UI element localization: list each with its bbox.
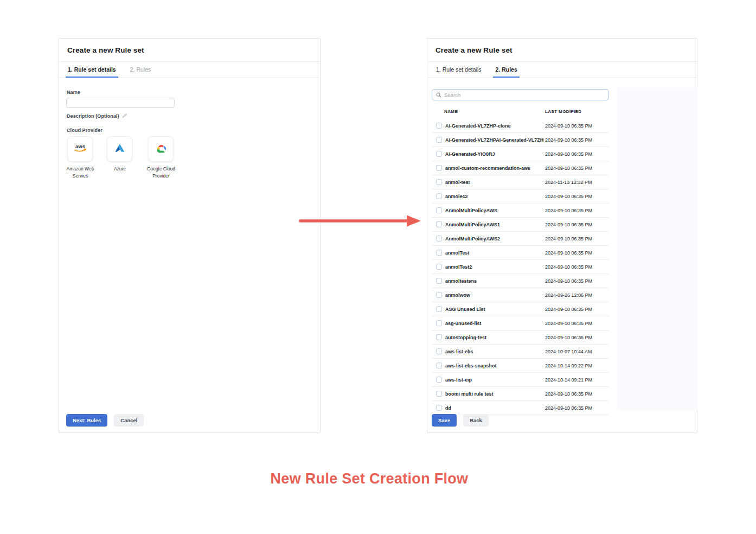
table-row[interactable]: dd 2024-09-10 06:35 PM: [432, 401, 609, 415]
rule-name: AnmolMultiPolicyAWS1: [445, 222, 544, 227]
search-box: [432, 89, 609, 100]
rule-name: AI-Generated-VL7ZHP-clone: [445, 123, 544, 129]
provider-option-gcp: Google Cloud Provider: [148, 136, 174, 180]
rule-last-modified: 2024-09-10 06:35 PM: [545, 166, 592, 171]
table-row[interactable]: AI-Generated-VL7ZHP-clone 2024-09-10 06:…: [432, 119, 609, 133]
rule-last-modified: 2024-09-10 06:35 PM: [545, 123, 592, 129]
rule-name: anmol-test: [445, 180, 544, 185]
rule-last-modified: 2024-11-13 12:32 PM: [545, 180, 592, 185]
aws-card[interactable]: aws: [67, 136, 93, 162]
azure-card[interactable]: [107, 136, 132, 162]
row-checkbox[interactable]: [436, 405, 442, 411]
rule-name: aws-list-eip: [445, 377, 544, 383]
rule-last-modified: 2024-09-10 06:35 PM: [545, 250, 592, 256]
dialog-tabs: 1. Rule set details 2. Rules: [59, 62, 320, 78]
tab-rule-set-details[interactable]: 1. Rule set details: [66, 62, 118, 78]
provider-label-aws: Amazon Web Servies: [59, 166, 101, 180]
rule-name: anmolTest: [445, 250, 544, 256]
row-checkbox[interactable]: [436, 320, 442, 326]
row-checkbox[interactable]: [436, 292, 442, 298]
tab-rules[interactable]: 2. Rules: [493, 62, 519, 78]
table-row[interactable]: aws-list-ebs 2024-10-07 10:44 AM: [432, 345, 609, 359]
rule-last-modified: 2024-09-10 06:35 PM: [545, 278, 592, 284]
aws-icon: aws: [73, 143, 88, 156]
row-checkbox[interactable]: [436, 306, 442, 312]
search-icon: [436, 90, 441, 100]
table-row[interactable]: aws-list-ebs-snapshot 2024-10-14 09:22 P…: [432, 359, 609, 373]
rule-last-modified: 2024-09-10 06:35 PM: [545, 335, 592, 340]
name-label: Name: [67, 90, 80, 95]
search-input[interactable]: [444, 92, 605, 98]
row-checkbox[interactable]: [436, 151, 442, 157]
save-button[interactable]: Save: [432, 414, 457, 427]
row-checkbox[interactable]: [436, 334, 442, 340]
back-button[interactable]: Back: [463, 414, 489, 427]
cancel-button[interactable]: Cancel: [114, 414, 144, 427]
rule-last-modified: 2024-09-10 06:35 PM: [545, 405, 592, 411]
rule-name: anmolwow: [445, 293, 544, 298]
name-input[interactable]: [66, 98, 175, 108]
table-row[interactable]: anmoltestsns 2024-09-10 06:35 PM: [432, 274, 609, 288]
row-checkbox[interactable]: [436, 236, 442, 241]
next-rules-button[interactable]: Next: Rules: [66, 414, 107, 427]
provider-option-aws: aws Amazon Web Servies: [67, 136, 93, 180]
provider-label-azure: Azure: [99, 166, 141, 173]
table-row[interactable]: anmolTest 2024-09-10 06:35 PM: [432, 246, 609, 260]
cloud-provider-label: Cloud Provider: [67, 128, 102, 133]
row-checkbox[interactable]: [436, 165, 442, 171]
table-row[interactable]: AI-Generated-YIO0RJ 2024-09-10 06:35 PM: [432, 147, 609, 161]
rule-last-modified: 2024-10-14 09:22 PM: [545, 363, 592, 368]
table-row[interactable]: asg-unused-list 2024-09-10 06:35 PM: [432, 316, 609, 330]
table-row[interactable]: autostopping-test 2024-09-10 06:35 PM: [432, 330, 609, 345]
rule-set-flow-diagram: Create a new Rule set 1. Rule set detail…: [0, 0, 756, 534]
table-row[interactable]: anmolec2 2024-09-10 06:35 PM: [432, 189, 609, 204]
tab-rules[interactable]: 2. Rules: [128, 62, 153, 78]
rule-last-modified: 2024-09-10 06:35 PM: [545, 236, 592, 241]
table-row[interactable]: ASG Unused List 2024-09-10 06:35 PM: [432, 302, 609, 316]
table-row[interactable]: boomi multi rule test 2024-09-10 06:35 P…: [432, 387, 609, 401]
table-row[interactable]: anmol-test 2024-11-13 12:32 PM: [432, 175, 609, 189]
dialog-title: Create a new Rule set: [59, 39, 320, 62]
row-checkbox[interactable]: [436, 264, 442, 270]
edit-pencil-icon[interactable]: [122, 113, 127, 119]
table-header: NAME LAST MODIFIED: [432, 107, 609, 119]
table-row[interactable]: anmolTest2 2024-09-10 06:35 PM: [432, 260, 609, 274]
rule-last-modified: 2024-09-26 12:06 PM: [545, 293, 592, 298]
rule-name: ASG Unused List: [445, 307, 544, 312]
provider-option-azure: Azure: [107, 136, 133, 173]
column-header-last-modified: LAST MODIFIED: [545, 109, 581, 114]
row-checkbox[interactable]: [436, 123, 442, 129]
table-row[interactable]: AI-Generated-VL7ZHPAI-Generated-VL7ZHPAI…: [432, 133, 609, 147]
row-checkbox[interactable]: [436, 363, 442, 368]
rules-selection-dialog: Create a new Rule set 1. Rule set detail…: [427, 38, 697, 433]
google-cloud-card[interactable]: [148, 136, 174, 162]
row-checkbox[interactable]: [436, 377, 442, 383]
flow-arrow-icon: [296, 213, 423, 228]
row-checkbox[interactable]: [436, 193, 442, 199]
table-row[interactable]: aws-list-eip 2024-10-14 09:21 PM: [432, 373, 609, 387]
table-row[interactable]: AnmolMultiPolicyAWS1 2024-09-10 06:35 PM: [432, 218, 609, 232]
rule-name: dd: [445, 405, 544, 411]
rule-name: anmol-custom-recommendation-aws: [445, 166, 544, 171]
table-row[interactable]: anmolwow 2024-09-26 12:06 PM: [432, 288, 609, 302]
row-checkbox[interactable]: [436, 278, 442, 284]
table-row[interactable]: anmol-custom-recommendation-aws 2024-09-…: [432, 161, 609, 175]
row-checkbox[interactable]: [436, 179, 442, 185]
row-checkbox[interactable]: [436, 221, 442, 227]
row-checkbox[interactable]: [436, 137, 442, 143]
table-row[interactable]: AnmolMultiPolicyAWS2 2024-09-10 06:35 PM: [432, 232, 609, 246]
table-row[interactable]: AnmolMultiPolicyAWS 2024-09-10 06:35 PM: [432, 204, 609, 218]
selection-side-pane: [617, 87, 697, 410]
row-checkbox[interactable]: [436, 348, 442, 354]
flow-caption: New Rule Set Creation Flow: [271, 471, 469, 487]
rule-last-modified: 2024-09-10 06:35 PM: [545, 321, 592, 326]
rule-last-modified: 2024-09-10 06:35 PM: [545, 208, 592, 213]
row-checkbox[interactable]: [436, 207, 442, 213]
tab-rule-set-details[interactable]: 1. Rule set details: [434, 62, 483, 78]
rule-last-modified: 2024-09-10 06:35 PM: [545, 222, 592, 227]
row-checkbox[interactable]: [436, 250, 442, 256]
rule-last-modified: 2024-10-07 10:44 AM: [545, 349, 592, 354]
row-checkbox[interactable]: [436, 391, 442, 397]
azure-icon: [114, 143, 126, 155]
rule-last-modified: 2024-10-14 09:21 PM: [545, 377, 592, 383]
